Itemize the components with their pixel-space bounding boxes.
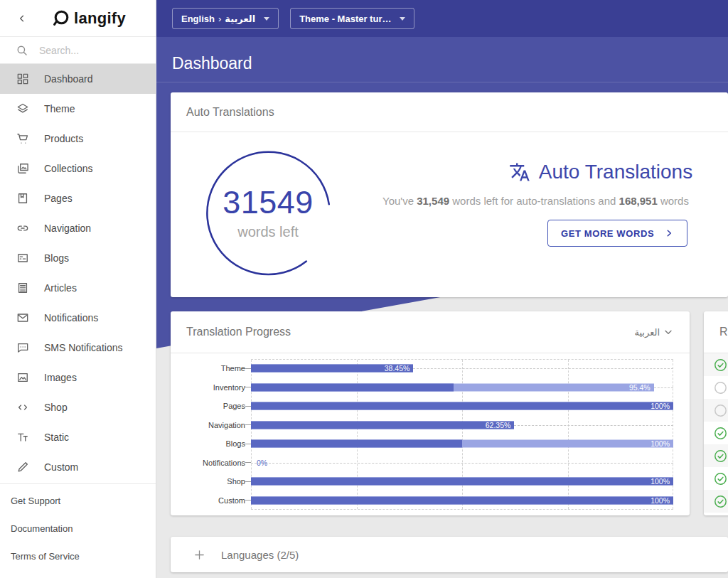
right-card-row[interactable] <box>704 490 728 513</box>
sidebar-header: langify <box>0 0 156 37</box>
translation-progress-card: Translation Progress العربية Theme38.45%… <box>171 311 690 515</box>
chart-row-inventory: Inventory95.4% <box>171 378 673 397</box>
sidebar-item-blogs[interactable]: Blogs <box>0 243 156 273</box>
sidebar-item-sms-notifications[interactable]: SMS Notifications <box>0 333 156 363</box>
card-header: Translation Progress العربية <box>171 311 690 353</box>
sidebar-item-label: Notifications <box>44 312 98 323</box>
code-icon <box>16 400 30 414</box>
sidebar-item-articles[interactable]: Articles <box>0 273 156 303</box>
auto-translations-card: Auto Translations 31549 words left Auto … <box>171 92 728 297</box>
sidebar-item-images[interactable]: Images <box>0 363 156 392</box>
languages-panel[interactable]: Languages (2/5) <box>171 537 728 572</box>
chart-category-label: Theme <box>171 364 245 373</box>
right-card-row[interactable] <box>704 467 728 490</box>
logo-text: langify <box>74 9 126 28</box>
chart-bar-track: 0% <box>251 454 673 473</box>
right-card-row[interactable] <box>704 444 728 467</box>
footer-link-documentation[interactable]: Documentation <box>0 515 156 542</box>
sidebar-item-notifications[interactable]: Notifications <box>0 303 156 333</box>
languages-panel-label: Languages (2/5) <box>221 549 299 561</box>
blog-card-icon <box>16 251 30 265</box>
language-pair-dropdown[interactable]: English › العربية <box>172 8 279 29</box>
check-circle-icon <box>713 449 728 464</box>
remaining-dashed-line <box>654 387 673 388</box>
card-header: Auto Translations <box>171 92 728 132</box>
link-icon <box>16 221 30 235</box>
sidebar-item-custom[interactable]: Custom <box>0 452 156 482</box>
right-card-row[interactable] <box>704 399 728 422</box>
words-left-label: words left <box>237 224 299 240</box>
collections-icon <box>16 161 30 176</box>
sidebar-item-products[interactable]: Products <box>0 124 156 154</box>
auto-translations-headline: Auto Translations <box>370 161 728 183</box>
sidebar-item-label: Blogs <box>44 252 69 264</box>
collapse-sidebar-icon[interactable] <box>17 14 27 23</box>
chart-row-custom: Custom100% <box>171 491 673 510</box>
chart-category-label: Pages <box>171 402 245 410</box>
remaining-dashed-line <box>251 463 673 464</box>
plus-icon <box>193 549 205 561</box>
sidebar: langify Dashboard Theme Products Collect… <box>0 0 156 578</box>
pencil-icon <box>16 460 30 474</box>
auto-translations-body: 31549 words left Auto Translations You'v… <box>171 132 728 296</box>
chart-category-label: Blogs <box>171 439 245 448</box>
caret-down-icon <box>264 17 269 21</box>
sidebar-search <box>0 37 156 64</box>
chart-category-label: Inventory <box>171 383 245 392</box>
footer-link-terms-of-service[interactable]: Terms of Service <box>0 542 156 570</box>
search-icon <box>16 44 28 57</box>
sidebar-item-pages[interactable]: Pages <box>0 183 156 213</box>
language-from: English <box>181 14 215 24</box>
topbar: English › العربية Theme - Master tur… <box>156 0 728 37</box>
main-area: English › العربية Theme - Master tur… Da… <box>156 0 728 578</box>
right-card-row[interactable] <box>704 376 728 399</box>
chart-row-shop: Shop100% <box>171 472 673 491</box>
chart-language-dropdown[interactable]: العربية <box>634 326 674 338</box>
chart-rows: Theme38.45%Inventory95.4%Pages100%Naviga… <box>171 359 673 510</box>
sidebar-item-collections[interactable]: Collections <box>0 154 156 183</box>
check-circle-icon <box>713 471 728 486</box>
get-more-words-button[interactable]: GET MORE WORDS <box>547 220 687 247</box>
search-input[interactable] <box>39 45 132 56</box>
theme-selector-dropdown[interactable]: Theme - Master tur… <box>290 8 414 29</box>
sidebar-item-static[interactable]: Static <box>0 422 156 452</box>
layers-icon <box>16 102 30 116</box>
chart-bar-track: 100% <box>251 434 673 454</box>
words-left-gauge: 31549 words left <box>202 147 334 279</box>
image-icon <box>16 370 30 385</box>
remaining-dashed-line <box>514 425 673 426</box>
empty-circle-icon <box>713 403 728 418</box>
page-title: Dashboard <box>156 37 728 73</box>
right-card-row[interactable] <box>704 353 728 376</box>
card-title: Auto Translations <box>186 106 274 119</box>
sidebar-item-label: Products <box>44 133 83 144</box>
bar-translated-segment <box>251 421 514 429</box>
bar-translated-segment <box>251 440 462 448</box>
right-card-rows <box>704 353 728 513</box>
sidebar-item-label: Custom <box>44 461 78 473</box>
bar-translated-segment <box>251 478 673 486</box>
sidebar-item-dashboard[interactable]: Dashboard <box>0 64 156 94</box>
bar-value-label: 62.35% <box>486 421 511 429</box>
axis-tick <box>245 406 251 407</box>
words-left-description: You've 31,549 words left for auto-transl… <box>370 195 728 207</box>
chevron-down-icon <box>663 326 674 338</box>
sidebar-item-label: Dashboard <box>44 73 93 85</box>
bar-value-label: 100% <box>651 496 670 505</box>
mail-icon <box>16 311 30 325</box>
sidebar-nav: Dashboard Theme Products Collections Pag… <box>0 64 156 482</box>
sidebar-item-theme[interactable]: Theme <box>0 94 156 124</box>
axis-tick <box>245 444 251 444</box>
cart-icon <box>16 132 30 146</box>
sidebar-item-label: Collections <box>44 163 92 174</box>
sidebar-item-navigation[interactable]: Navigation <box>0 213 156 243</box>
bar-translated-segment <box>251 383 454 391</box>
book-icon <box>16 191 30 205</box>
axis-tick <box>245 424 251 425</box>
footer-link-get-support[interactable]: Get Support <box>0 487 156 515</box>
right-card-row[interactable] <box>704 422 728 444</box>
check-circle-icon <box>713 358 728 373</box>
sidebar-item-shop[interactable]: Shop <box>0 392 156 422</box>
headline-text: Auto Translations <box>539 161 692 183</box>
sidebar-item-label: Pages <box>44 193 73 204</box>
